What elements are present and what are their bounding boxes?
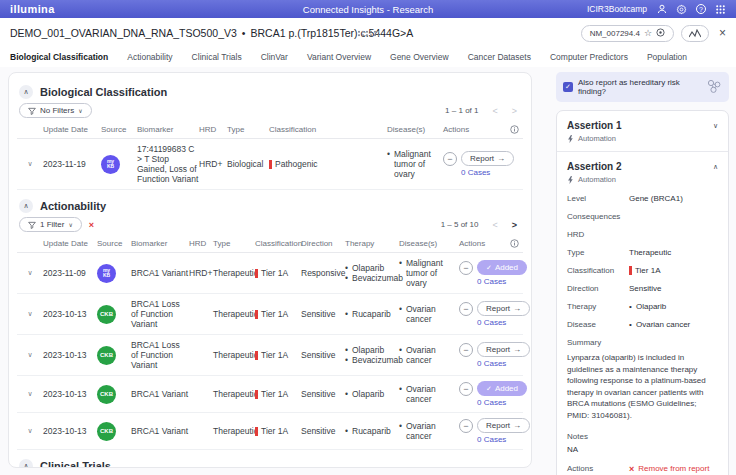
collapse-icon[interactable]: ∧: [19, 199, 33, 213]
cell-classification: Tier 1A: [261, 309, 288, 319]
transcript-pill[interactable]: NM_007294.4 ☆: [581, 25, 674, 42]
drag-handle[interactable]: [357, 30, 379, 37]
field-label-disease: Disease: [567, 320, 629, 329]
next-page-icon[interactable]: >: [512, 106, 517, 116]
col-type: Type: [213, 239, 255, 248]
cell-disease: Ovarian cancer: [399, 345, 459, 365]
clear-filter-icon[interactable]: ×: [89, 220, 94, 230]
visibility-icon[interactable]: [656, 28, 665, 39]
assertion-title: Assertion 2: [567, 161, 621, 172]
star-icon[interactable]: ☆: [644, 28, 652, 38]
added-button[interactable]: Added: [477, 260, 527, 275]
igv-button[interactable]: [681, 25, 709, 42]
info-icon[interactable]: [510, 239, 519, 248]
table-row[interactable]: ∨ 2023-11-09 myKB BRCA1 Variant HRD+ The…: [17, 253, 523, 294]
igv-icon: [689, 29, 701, 38]
row-expand-icon[interactable]: ∨: [17, 269, 43, 277]
field-label-hrd: HRD: [567, 230, 629, 239]
collapse-icon[interactable]: ∧: [19, 459, 33, 468]
hereditary-label: Also report as hereditary risk finding?: [578, 78, 701, 96]
variant-toolbar: DEMO_001_OVARIAN_DNA_RNA_TSO500_V3 • BRC…: [0, 18, 736, 48]
field-value-notes: NA: [567, 445, 718, 454]
arrow-right-icon: →: [513, 345, 521, 354]
col-biomarker: Biomarker: [137, 125, 199, 134]
report-button[interactable]: Report→: [461, 151, 514, 166]
exclude-button[interactable]: −: [443, 152, 457, 166]
source-mykb-icon: myKB: [101, 155, 120, 174]
hereditary-checkbox[interactable]: [563, 82, 573, 92]
table-row[interactable]: ∨ 2023-10-13 CKB BRCA1 Variant Therapeut…: [17, 376, 523, 413]
section-title: Clinical Trials: [40, 460, 111, 468]
table-row[interactable]: ∨ 2023-10-13 CKB BRCA1 Variant Therapeut…: [17, 413, 523, 450]
assertion-1-header[interactable]: Assertion 1 ∨: [567, 120, 718, 131]
row-expand-icon[interactable]: ∨: [17, 160, 43, 168]
classification-bar: [255, 269, 258, 278]
cases-link[interactable]: 0 Cases: [477, 277, 527, 286]
user-icon[interactable]: [656, 4, 667, 15]
report-button[interactable]: Report→: [477, 301, 530, 316]
classification-bar: [629, 266, 632, 275]
apps-grid-icon[interactable]: [715, 4, 726, 15]
field-label-type: Type: [567, 248, 629, 257]
chevron-down-icon[interactable]: ∨: [713, 122, 718, 130]
cell-direction: Sensitive: [301, 350, 345, 360]
cell-update-date: 2023-11-09: [43, 268, 97, 278]
exclude-button[interactable]: −: [459, 343, 473, 357]
prev-page-icon[interactable]: <: [492, 106, 497, 116]
cases-link[interactable]: 0 Cases: [461, 168, 523, 177]
assertions-panel: Also report as hereditary risk finding? …: [556, 72, 729, 475]
row-expand-icon[interactable]: ∨: [17, 427, 43, 435]
exclude-button[interactable]: −: [459, 419, 473, 433]
field-label-consequences: Consequences: [567, 212, 629, 221]
exclude-button[interactable]: −: [459, 382, 473, 396]
source-ckb-icon: CKB: [97, 385, 116, 404]
cell-direction: Responsive: [301, 268, 345, 278]
user-name[interactable]: ICIR3Bootcamp: [587, 4, 647, 14]
row-expand-icon[interactable]: ∨: [17, 390, 43, 398]
exclude-button[interactable]: −: [459, 302, 473, 316]
field-label-level: Level: [567, 194, 629, 203]
section-clinical-trials: ∧ Clinical Trials: [19, 459, 523, 468]
source-ckb-icon: CKB: [97, 305, 116, 324]
automation-bolt-icon: [567, 176, 574, 184]
table-row[interactable]: ∨ 2023-10-13 CKB BRCA1 Loss of Function …: [17, 294, 523, 335]
automation-bolt-icon: [567, 135, 574, 143]
bio-filter-chip[interactable]: No Filters ∨: [19, 103, 92, 118]
chevron-down-icon: ∨: [68, 221, 72, 228]
info-icon[interactable]: [510, 125, 519, 134]
row-expand-icon[interactable]: ∨: [17, 351, 43, 359]
cases-link[interactable]: 0 Cases: [477, 318, 530, 327]
cases-link[interactable]: 0 Cases: [477, 359, 530, 368]
next-page-icon[interactable]: >: [512, 220, 517, 230]
table-row[interactable]: ∨ 2023-11-19 myKB 17:41199683 C > T Stop…: [17, 139, 523, 190]
settings-gear-icon[interactable]: [676, 4, 687, 15]
cell-direction: Sensitive: [301, 389, 345, 399]
exclude-button[interactable]: −: [459, 261, 473, 275]
col-source: Source: [101, 125, 137, 134]
assertion-2-header[interactable]: Assertion 2 ∧: [567, 161, 718, 172]
help-icon[interactable]: ?: [696, 4, 706, 14]
variant-name: BRCA1 p.(Trp1815Ter) c.5444G>A: [251, 27, 414, 39]
cell-disease: Ovarian cancer: [399, 304, 459, 324]
cases-link[interactable]: 0 Cases: [477, 398, 527, 407]
collapse-icon[interactable]: ∧: [19, 85, 33, 99]
chevron-down-icon: ∨: [78, 107, 82, 114]
chevron-up-icon[interactable]: ∧: [713, 163, 718, 171]
table-row[interactable]: ∨ 2023-10-13 CKB BRCA1 Loss of Function …: [17, 335, 523, 376]
app-header: illumina Connected Insights - Research I…: [0, 0, 736, 18]
act-filter-chip[interactable]: 1 Filter ∨: [19, 217, 82, 232]
report-button[interactable]: Report→: [477, 418, 530, 433]
cases-link[interactable]: 0 Cases: [477, 435, 530, 444]
source-ckb-icon: CKB: [97, 346, 116, 365]
row-expand-icon[interactable]: ∨: [17, 310, 43, 318]
field-value-direction: Sensitive: [629, 284, 718, 293]
report-button[interactable]: Report→: [477, 342, 530, 357]
col-biomarker: Biomarker: [131, 239, 189, 248]
close-icon[interactable]: ×: [719, 26, 726, 40]
prev-page-icon[interactable]: <: [492, 220, 497, 230]
cell-classification: Tier 1A: [261, 426, 288, 436]
filter-label: No Filters: [40, 106, 74, 115]
added-button[interactable]: Added: [477, 381, 527, 396]
field-value-type: Therapeutic: [629, 248, 718, 257]
remove-from-report-button[interactable]: ×Remove from report: [629, 464, 718, 474]
